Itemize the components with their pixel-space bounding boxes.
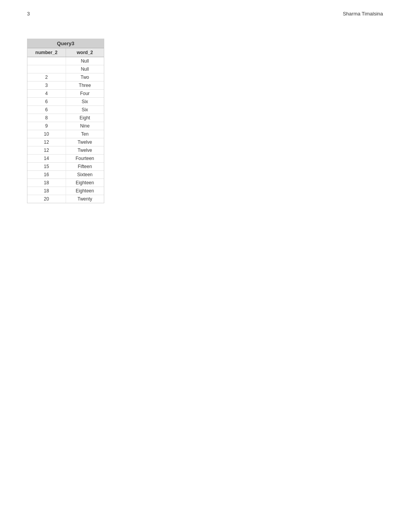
table-row: 20Twenty bbox=[27, 195, 104, 203]
table-row: 14Fourteen bbox=[27, 155, 104, 163]
table-row: 12Twelve bbox=[27, 138, 104, 146]
table-row: 6Six bbox=[27, 106, 104, 114]
cell-word2: Sixteen bbox=[66, 171, 104, 178]
cell-number2: 9 bbox=[27, 122, 66, 130]
cell-word2: Eighteen bbox=[66, 187, 104, 195]
table-row: 18Eighteen bbox=[27, 187, 104, 195]
cell-word2: Nine bbox=[66, 122, 104, 130]
cell-word2: Twelve bbox=[66, 146, 104, 154]
cell-number2: 6 bbox=[27, 106, 66, 114]
page-number: 3 bbox=[27, 11, 30, 17]
cell-number2: 15 bbox=[27, 163, 66, 170]
table-row: Null bbox=[27, 65, 104, 73]
table-row: 3Three bbox=[27, 82, 104, 90]
col-header-number2: number_2 bbox=[27, 48, 66, 57]
table-row: 9Nine bbox=[27, 122, 104, 130]
table-row: 6Six bbox=[27, 98, 104, 106]
cell-number2: 18 bbox=[27, 187, 66, 195]
cell-number2: 14 bbox=[27, 155, 66, 162]
cell-word2: Six bbox=[66, 98, 104, 105]
user-name: Sharma Timalsina bbox=[343, 11, 383, 17]
cell-word2: Four bbox=[66, 90, 104, 97]
cell-number2: 10 bbox=[27, 130, 66, 138]
table-row: 10Ten bbox=[27, 130, 104, 138]
cell-number2 bbox=[27, 65, 66, 73]
table-row: 15Fifteen bbox=[27, 163, 104, 171]
col-header-word2: word_2 bbox=[66, 48, 104, 57]
table-row: 12Twelve bbox=[27, 146, 104, 155]
cell-word2: Null bbox=[66, 65, 104, 73]
cell-word2: Twelve bbox=[66, 138, 104, 146]
cell-word2: Null bbox=[66, 57, 104, 65]
cell-word2: Six bbox=[66, 106, 104, 114]
cell-word2: Eighteen bbox=[66, 179, 104, 187]
cell-number2: 20 bbox=[27, 195, 66, 203]
cell-number2 bbox=[27, 57, 66, 65]
cell-number2: 18 bbox=[27, 179, 66, 187]
cell-word2: Eight bbox=[66, 114, 104, 122]
table-row: 4Four bbox=[27, 90, 104, 98]
query-result-table: Query3 number_2 word_2 NullNull2Two3Thre… bbox=[27, 39, 104, 203]
column-headers: number_2 word_2 bbox=[27, 48, 104, 57]
query-title: Query3 bbox=[27, 39, 104, 48]
table-row: Null bbox=[27, 57, 104, 65]
cell-word2: Two bbox=[66, 73, 104, 81]
cell-word2: Three bbox=[66, 82, 104, 89]
cell-number2: 4 bbox=[27, 90, 66, 97]
cell-word2: Fourteen bbox=[66, 155, 104, 162]
cell-number2: 8 bbox=[27, 114, 66, 122]
cell-number2: 3 bbox=[27, 82, 66, 89]
cell-number2: 2 bbox=[27, 73, 66, 81]
cell-number2: 12 bbox=[27, 146, 66, 154]
table-row: 18Eighteen bbox=[27, 179, 104, 187]
cell-number2: 6 bbox=[27, 98, 66, 105]
table-body: NullNull2Two3Three4Four6Six6Six8Eight9Ni… bbox=[27, 57, 104, 203]
table-row: 2Two bbox=[27, 73, 104, 82]
cell-number2: 16 bbox=[27, 171, 66, 178]
cell-word2: Twenty bbox=[66, 195, 104, 203]
cell-word2: Ten bbox=[66, 130, 104, 138]
cell-number2: 12 bbox=[27, 138, 66, 146]
cell-word2: Fifteen bbox=[66, 163, 104, 170]
table-row: 16Sixteen bbox=[27, 171, 104, 179]
table-row: 8Eight bbox=[27, 114, 104, 122]
